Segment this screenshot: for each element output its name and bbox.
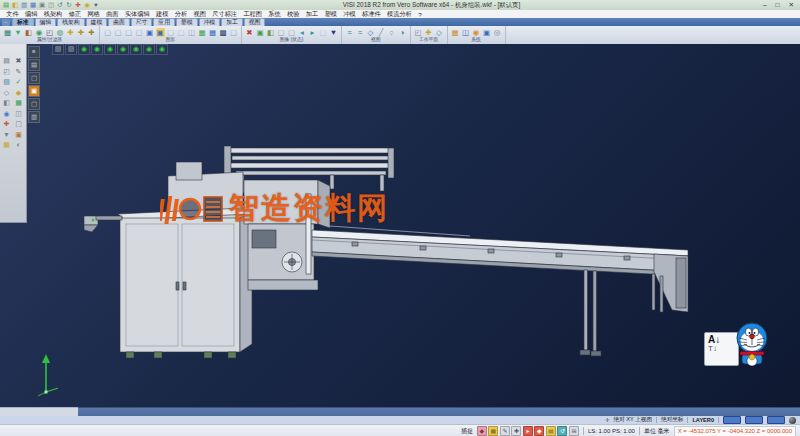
maximize-button[interactable]: □ xyxy=(776,1,780,9)
part-list-icon[interactable]: ▤ xyxy=(28,59,40,71)
system-settings-icon[interactable]: ▦ xyxy=(451,28,460,37)
minimize-button[interactable]: – xyxy=(763,1,767,9)
coordinate-reference-label[interactable]: 绝对坐标 xyxy=(661,416,683,424)
snap-move-icon[interactable]: ▸ xyxy=(523,426,533,436)
state-list-icon[interactable]: ▢ xyxy=(319,28,328,37)
clipboard-icon[interactable]: ▤ xyxy=(1,56,12,67)
save-icon[interactable]: ▥ xyxy=(20,1,28,9)
blank-box-icon[interactable]: ▢ xyxy=(13,119,24,130)
draft-check-icon[interactable]: ▦ xyxy=(198,28,207,37)
undo-icon[interactable]: ↺ xyxy=(56,1,64,9)
attr-edit-icon[interactable]: ✚ xyxy=(87,28,96,37)
reflect-icon[interactable]: ▢ xyxy=(229,28,238,37)
part-c-icon[interactable]: ▥ xyxy=(28,111,40,123)
refresh-icon[interactable]: ↺ xyxy=(557,426,567,436)
view-orient-icon[interactable]: ◑ xyxy=(398,28,407,37)
preview-icon[interactable]: ◫ xyxy=(47,1,55,9)
render-icon[interactable]: ▣ xyxy=(145,28,154,37)
view-next-icon[interactable]: ▨ xyxy=(65,44,77,55)
hatch-icon[interactable]: ▨ xyxy=(1,77,12,88)
tabbar-collapse-button[interactable]: – xyxy=(2,19,10,26)
help-icon[interactable]: ◉ xyxy=(83,1,91,9)
layer-color-swatch[interactable] xyxy=(767,416,785,424)
snap-grid-icon[interactable]: ▦ xyxy=(488,426,498,436)
system-config-icon[interactable]: ◎ xyxy=(493,28,502,37)
diamond-icon[interactable]: ◇ xyxy=(1,88,12,99)
section-icon[interactable]: ◫ xyxy=(187,28,196,37)
workplane-align-icon[interactable]: ◇ xyxy=(435,28,444,37)
ribbon-tab[interactable]: 编辑 xyxy=(35,18,57,26)
ribbon-tab[interactable]: 标准 xyxy=(12,18,34,26)
move-icon[interactable]: ◰ xyxy=(1,67,12,78)
group-icon[interactable]: ◍ xyxy=(56,28,65,37)
workplane-new-icon[interactable]: ✚ xyxy=(424,28,433,37)
ribbon-tab[interactable]: 尺寸 xyxy=(131,18,153,26)
ribbon-tab[interactable]: 塑模 xyxy=(176,18,198,26)
edit-icon[interactable]: ✎ xyxy=(13,67,24,78)
ghost-icon[interactable]: ▢ xyxy=(177,28,186,37)
machine-view-icon[interactable]: ▣ xyxy=(256,28,265,37)
state-a-icon[interactable]: ▢ xyxy=(277,28,286,37)
next-state-icon[interactable]: ▸ xyxy=(308,28,317,37)
view-reference-label[interactable]: 绝对 XY 上视图 xyxy=(614,416,652,424)
grid-toggle-icon[interactable]: ⊞ xyxy=(569,426,579,436)
prev-state-icon[interactable]: ◂ xyxy=(298,28,307,37)
solid-diamond-icon[interactable]: ◆ xyxy=(13,88,24,99)
ribbon-tab[interactable]: 视图 xyxy=(244,18,266,26)
zoom-line-icon[interactable]: ╱ xyxy=(377,28,386,37)
zebra-icon[interactable]: ▦ xyxy=(208,28,217,37)
match-properties-icon[interactable]: ◧ xyxy=(24,28,33,37)
part-active-icon[interactable]: ▣ xyxy=(28,85,40,97)
view-left-icon[interactable]: ◉ xyxy=(130,44,142,55)
snap-rotate-icon[interactable]: ◆ xyxy=(534,426,544,436)
print-icon[interactable]: ▣ xyxy=(38,1,46,9)
layer-color-swatch[interactable] xyxy=(723,416,741,424)
system-display-icon[interactable]: ▣ xyxy=(482,28,491,37)
attr-copy-icon[interactable]: ✚ xyxy=(77,28,86,37)
active-layer-label[interactable]: LAYER0 xyxy=(692,417,714,423)
down-icon[interactable]: ▼ xyxy=(1,130,12,141)
part-b-icon[interactable]: ▢ xyxy=(28,98,40,110)
state-dropdown-icon[interactable]: ▼ xyxy=(329,28,338,37)
menu-item[interactable]: ? xyxy=(415,11,425,18)
filter-icon[interactable]: ▼ xyxy=(14,28,23,37)
3d-viewport[interactable]: ▤✖◰✎▨✓◇◆◧▦◉◫✚▢▼▣▦◐ ≡▤▢▣▢▥ ▨▨◉◉◉◉◉◉◉ 智造资料… xyxy=(0,44,800,407)
view-top-icon[interactable]: ◉ xyxy=(91,44,103,55)
view-right-icon[interactable]: ◉ xyxy=(143,44,155,55)
attr-add-icon[interactable]: ✚ xyxy=(66,28,75,37)
settings-icon[interactable]: ✚ xyxy=(74,1,82,9)
select-box-icon[interactable]: ◰ xyxy=(45,28,54,37)
fill-box-icon[interactable]: ▣ xyxy=(13,130,24,141)
add-icon[interactable]: ✚ xyxy=(1,119,12,130)
snap-point-icon[interactable]: ◆ xyxy=(477,426,487,436)
system-window-icon[interactable]: ◫ xyxy=(461,28,470,37)
ribbon-tab[interactable]: 冲模 xyxy=(199,18,221,26)
split-box-icon[interactable]: ◫ xyxy=(13,109,24,120)
open-folder-icon[interactable]: ◧ xyxy=(11,1,19,9)
shaded-edge-icon[interactable]: ▢ xyxy=(135,28,144,37)
zoom-window-icon[interactable]: ◇ xyxy=(366,28,375,37)
check-icon[interactable]: ✓ xyxy=(13,77,24,88)
dynamic-pan-icon[interactable]: ≈ xyxy=(356,28,365,37)
snap-anchor-icon[interactable]: ✚ xyxy=(511,426,521,436)
transparent-icon[interactable]: ▢ xyxy=(166,28,175,37)
view-iso-icon[interactable]: ◉ xyxy=(78,44,90,55)
render-mode-sphere-icon[interactable] xyxy=(789,417,796,424)
delete-icon[interactable]: ✖ xyxy=(13,56,24,67)
ribbon-tab[interactable]: 应用 xyxy=(153,18,175,26)
state-b-icon[interactable]: ▢ xyxy=(287,28,296,37)
table-icon[interactable]: ▦ xyxy=(1,140,12,151)
new-file-icon[interactable]: ▤ xyxy=(2,1,10,9)
shaded-icon[interactable]: ▢ xyxy=(124,28,133,37)
ribbon-tab[interactable]: 曲面 xyxy=(108,18,130,26)
system-world-icon[interactable]: ◉ xyxy=(472,28,481,37)
qa-dropdown-icon[interactable]: ▾ xyxy=(92,1,100,9)
hidden-line-icon[interactable]: ▢ xyxy=(114,28,123,37)
redo-icon[interactable]: ↻ xyxy=(65,1,73,9)
part-blank-icon[interactable]: ▢ xyxy=(28,72,40,84)
target-icon[interactable]: ◉ xyxy=(1,109,12,120)
zoom-all-icon[interactable]: ○ xyxy=(387,28,396,37)
save-all-icon[interactable]: ▦ xyxy=(29,1,37,9)
ribbon-tab[interactable]: 建模 xyxy=(86,18,108,26)
dynamic-rotate-icon[interactable]: ≈ xyxy=(345,28,354,37)
